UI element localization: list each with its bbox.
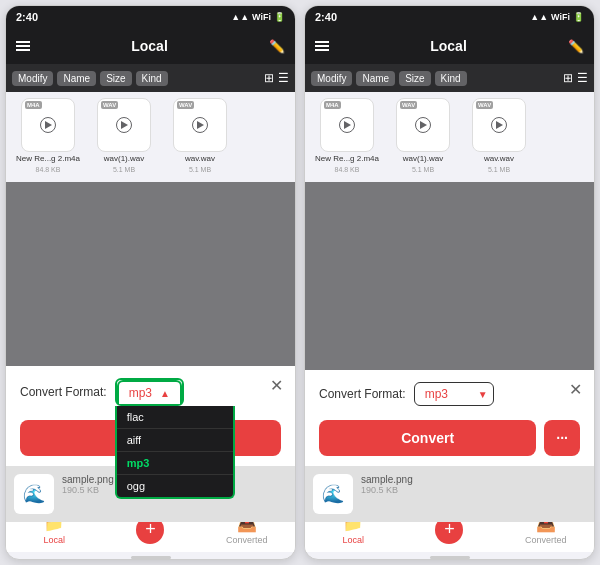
dropdown-item-mp3[interactable]: mp3 xyxy=(117,452,233,475)
file-grid-left: M4A New Re...g 2.m4a 84.8 KB WAV wav(1).… xyxy=(6,92,295,182)
wifi-icon: WiFi xyxy=(252,12,271,22)
home-indicator-right xyxy=(430,556,470,559)
file-size: 5.1 MB xyxy=(412,166,434,173)
file-icon: M4A xyxy=(320,98,374,152)
dark-overlay-right xyxy=(305,182,594,370)
status-icons-left: ▲▲ WiFi 🔋 xyxy=(231,12,285,22)
file-icon: WAV xyxy=(472,98,526,152)
menu-icon-right[interactable] xyxy=(315,41,329,51)
play-icon xyxy=(192,117,208,133)
format-select-right[interactable]: mp3 flac aiff ogg xyxy=(414,382,494,406)
file-size: 5.1 MB xyxy=(488,166,510,173)
play-icon xyxy=(339,117,355,133)
play-icon xyxy=(491,117,507,133)
wifi-icon-right: WiFi xyxy=(551,12,570,22)
edit-icon-right[interactable]: ✏️ xyxy=(568,39,584,54)
view-icons-left: ⊞ ☰ xyxy=(264,71,289,85)
file-name: New Re...g 2.m4a xyxy=(16,154,80,164)
sample-file-icon-right: 🌊 xyxy=(313,474,353,514)
file-item[interactable]: WAV wav.wav 5.1 MB xyxy=(164,98,236,176)
format-row-right: Convert Format: mp3 flac aiff ogg ▼ xyxy=(319,382,580,406)
sample-file-name-right: sample.png xyxy=(361,474,413,485)
signal-icon-right: ▲▲ xyxy=(530,12,548,22)
file-item[interactable]: M4A New Re...g 2.m4a 84.8 KB xyxy=(12,98,84,176)
list-view-icon[interactable]: ☰ xyxy=(278,71,289,85)
close-button-right[interactable]: ✕ xyxy=(569,380,582,399)
menu-icon[interactable] xyxy=(16,41,30,51)
sample-file-info: sample.png 190.5 KB xyxy=(62,474,114,495)
status-time-right: 2:40 xyxy=(315,11,337,23)
file-icon: WAV xyxy=(97,98,151,152)
sort-size-right[interactable]: Size xyxy=(399,71,430,86)
app-header-right: Local ✏️ xyxy=(305,28,594,64)
dropdown-arrow: ▲ xyxy=(160,388,170,399)
tab-local-label-right: Local xyxy=(342,535,364,545)
sort-name-right[interactable]: Name xyxy=(356,71,395,86)
sort-size-left[interactable]: Size xyxy=(100,71,131,86)
sample-file-icon: 🌊 xyxy=(14,474,54,514)
file-icon: WAV xyxy=(396,98,450,152)
play-icon xyxy=(40,117,56,133)
status-time-left: 2:40 xyxy=(16,11,38,23)
sort-bar-left: Modify Name Size Kind ⊞ ☰ xyxy=(6,64,295,92)
close-button-left[interactable]: ✕ xyxy=(270,376,283,395)
list-view-icon-right[interactable]: ☰ xyxy=(577,71,588,85)
more-button-right[interactable]: ··· xyxy=(544,420,580,456)
tab-converted-label-right: Converted xyxy=(525,535,567,545)
header-title-right: Local xyxy=(430,38,467,54)
sort-name-left[interactable]: Name xyxy=(57,71,96,86)
file-grid-right: M4A New Re...g 2.m4a 84.8 KB WAV wav(1).… xyxy=(305,92,594,182)
file-item[interactable]: WAV wav(1).wav 5.1 MB xyxy=(387,98,459,176)
file-size: 84.8 KB xyxy=(335,166,360,173)
sample-file-size: 190.5 KB xyxy=(62,485,114,495)
sort-modify-left[interactable]: Modify xyxy=(12,71,53,86)
convert-button-right[interactable]: Convert xyxy=(319,420,536,456)
sample-file-size-right: 190.5 KB xyxy=(361,485,413,495)
app-header-left: Local ✏️ xyxy=(6,28,295,64)
format-select-wrap-right[interactable]: mp3 flac aiff ogg ▼ xyxy=(414,382,494,406)
file-size: 5.1 MB xyxy=(113,166,135,173)
status-icons-right: ▲▲ WiFi 🔋 xyxy=(530,12,584,22)
dropdown-item-ogg[interactable]: ogg xyxy=(117,475,233,497)
file-item[interactable]: WAV wav(1).wav 5.1 MB xyxy=(88,98,160,176)
file-name: wav.wav xyxy=(484,154,514,164)
selected-format-left: mp3 xyxy=(129,386,152,400)
signal-icon: ▲▲ xyxy=(231,12,249,22)
sort-kind-left[interactable]: Kind xyxy=(136,71,168,86)
battery-icon: 🔋 xyxy=(274,12,285,22)
sort-modify-right[interactable]: Modify xyxy=(311,71,352,86)
dark-overlay-left xyxy=(6,182,295,366)
grid-view-icon-right[interactable]: ⊞ xyxy=(563,71,573,85)
format-dropdown-wrapper: mp3 ▲ flac aiff mp3 ogg xyxy=(115,378,184,406)
view-icons-right: ⊞ ☰ xyxy=(563,71,588,85)
play-icon xyxy=(116,117,132,133)
sort-bar-right: Modify Name Size Kind ⊞ ☰ xyxy=(305,64,594,92)
dropdown-item-aiff[interactable]: aiff xyxy=(117,429,233,452)
tab-converted-label: Converted xyxy=(226,535,268,545)
file-icon: M4A xyxy=(21,98,75,152)
tab-local-label: Local xyxy=(43,535,65,545)
format-row-left: Convert Format: mp3 ▲ flac aiff mp3 ogg xyxy=(20,378,281,406)
file-name: wav.wav xyxy=(185,154,215,164)
status-bar-left: 2:40 ▲▲ WiFi 🔋 xyxy=(6,6,295,28)
dropdown-item-flac[interactable]: flac xyxy=(117,406,233,429)
home-indicator-left xyxy=(131,556,171,559)
format-select-header[interactable]: mp3 ▲ xyxy=(117,380,182,404)
format-select-open: mp3 ▲ flac aiff mp3 ogg xyxy=(115,378,184,406)
modal-sheet-right: ✕ Convert Format: mp3 flac aiff ogg ▼ Co… xyxy=(305,370,594,506)
left-phone: 2:40 ▲▲ WiFi 🔋 Local ✏️ Modify Name Size… xyxy=(5,5,296,560)
file-item[interactable]: M4A New Re...g 2.m4a 84.8 KB xyxy=(311,98,383,176)
grid-view-icon[interactable]: ⊞ xyxy=(264,71,274,85)
file-size: 84.8 KB xyxy=(36,166,61,173)
file-icon: WAV xyxy=(173,98,227,152)
file-size: 5.1 MB xyxy=(189,166,211,173)
play-icon xyxy=(415,117,431,133)
edit-icon-left[interactable]: ✏️ xyxy=(269,39,285,54)
file-item[interactable]: WAV wav.wav 5.1 MB xyxy=(463,98,535,176)
btn-row-right: Convert ··· xyxy=(319,420,580,456)
file-name: New Re...g 2.m4a xyxy=(315,154,379,164)
header-title-left: Local xyxy=(131,38,168,54)
bottom-file-section-right: 🌊 sample.png 190.5 KB xyxy=(304,466,595,522)
sort-kind-right[interactable]: Kind xyxy=(435,71,467,86)
format-label-left: Convert Format: xyxy=(20,385,107,399)
